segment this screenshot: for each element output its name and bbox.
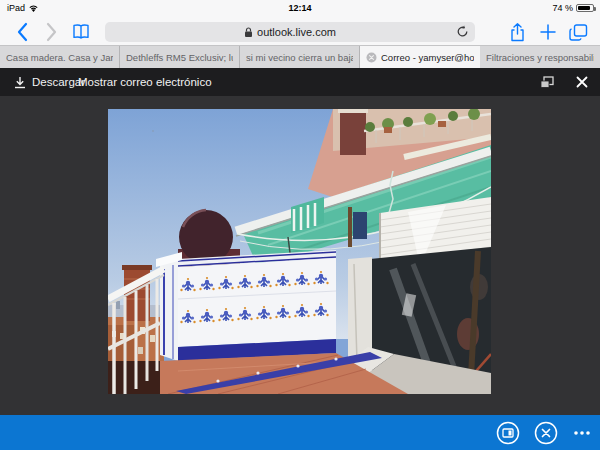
close-tab-icon[interactable] (366, 52, 377, 63)
tab-dethleffs[interactable]: Dethleffs RM5 Exclusiv; lujo... (120, 46, 240, 68)
back-button[interactable] (10, 20, 34, 44)
status-bar: iPad 12:14 74 % (0, 0, 600, 18)
reading-pane-icon[interactable] (496, 421, 520, 445)
safari-chrome: iPad 12:14 74 % (0, 0, 600, 46)
clock: 12:14 (0, 3, 600, 13)
attachment-photo[interactable] (108, 109, 491, 394)
tab-casa-madera[interactable]: Casa madera. Casa y Jardín... (0, 46, 120, 68)
tab-bar: Casa madera. Casa y Jardín... Dethleffs … (0, 46, 600, 68)
address-bar[interactable]: outlook.live.com (105, 22, 475, 42)
tab-filtraciones[interactable]: Filtraciones y responsabilida... (480, 46, 600, 68)
outlook-action-bar (0, 415, 600, 450)
tab-vecino[interactable]: si mi vecino cierra un bajant... (240, 46, 360, 68)
safari-navbar: outlook.live.com (0, 18, 600, 46)
forward-button[interactable] (40, 20, 64, 44)
close-message-icon[interactable] (534, 421, 558, 445)
ipad-screen: iPad 12:14 74 % (0, 0, 600, 450)
lock-icon (244, 27, 253, 38)
bookmarks-icon[interactable] (69, 20, 93, 44)
viewer-content (0, 96, 600, 415)
show-email-label: Mostrar correo electrónico (78, 76, 212, 88)
show-email-button[interactable]: Mostrar correo electrónico (78, 68, 212, 96)
tab-correo-active[interactable]: Correo - yamyser@hotmai... (360, 46, 480, 68)
tab-overview-icon[interactable] (566, 20, 590, 44)
battery-percent: 74 % (552, 3, 573, 13)
download-button[interactable]: Descargar (14, 68, 85, 96)
popout-icon[interactable] (540, 76, 554, 89)
new-tab-icon[interactable] (536, 20, 560, 44)
attachment-toolbar: Descargar Mostrar correo electrónico (0, 68, 600, 96)
download-icon (14, 76, 26, 89)
battery-icon (576, 4, 594, 12)
url-text: outlook.live.com (257, 26, 336, 38)
refresh-icon[interactable] (456, 25, 469, 38)
more-icon[interactable] (572, 421, 592, 445)
close-viewer-icon[interactable] (576, 76, 588, 88)
share-icon[interactable] (505, 20, 529, 44)
